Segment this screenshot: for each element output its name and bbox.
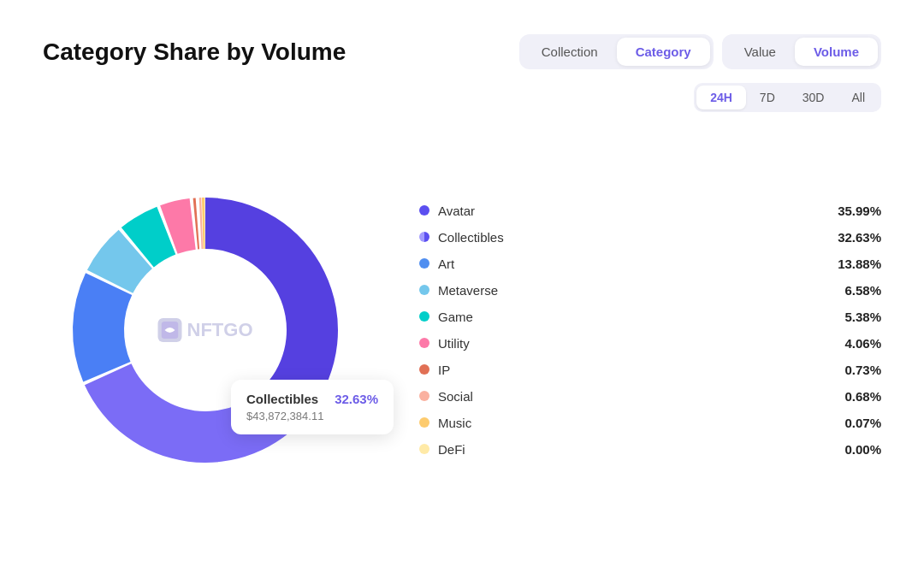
legend-pct-collectibles: 32.63% [830, 230, 881, 245]
legend-item-avatar: Avatar 35.99% [419, 204, 881, 218]
legend-pct-utility: 4.06% [830, 336, 881, 351]
legend-label-ip: IP [438, 363, 821, 377]
legend-dot-utility [419, 338, 429, 348]
time-30d[interactable]: 30D [789, 86, 838, 109]
logo-text: NFTGO [187, 319, 253, 341]
main-container: Category Share by Volume Collection Cate… [0, 0, 924, 561]
legend-label-utility: Utility [438, 336, 821, 351]
legend-item-metaverse: Metaverse 6.58% [419, 283, 881, 298]
legend-dot-music [419, 417, 429, 428]
tooltip-value: $43,872,384.11 [246, 410, 378, 422]
time-all[interactable]: All [838, 86, 879, 109]
legend-item-art: Art 13.88% [419, 257, 881, 271]
donut-chart-area: NFTGO Collectibles 32.63% $43,872,384.11 [43, 168, 368, 493]
chart-logo: NFTGO [158, 318, 253, 342]
legend-item-defi: DeFi 0.00% [419, 442, 881, 457]
logo-icon [158, 318, 182, 342]
time-filter-group: 24H 7D 30D All [694, 83, 881, 112]
legend-area: Avatar 35.99% Collectibles 32.63% Art 13… [419, 204, 881, 457]
legend-dot-collectibles [419, 232, 429, 242]
legend-label-music: Music [438, 416, 821, 430]
tab-volume[interactable]: Volume [795, 38, 878, 66]
legend-pct-ip: 0.73% [830, 363, 881, 377]
legend-dot-game [419, 311, 429, 322]
legend-item-utility: Utility 4.06% [419, 336, 881, 351]
legend-pct-social: 0.68% [830, 389, 881, 404]
tab-value[interactable]: Value [726, 38, 795, 66]
legend-pct-metaverse: 6.58% [830, 283, 881, 298]
legend-item-game: Game 5.38% [419, 310, 881, 324]
time-filter-row: 24H 7D 30D All [43, 83, 881, 112]
legend-dot-defi [419, 444, 429, 454]
legend-item-ip: IP 0.73% [419, 363, 881, 377]
legend-pct-art: 13.88% [830, 257, 881, 271]
legend-label-collectibles: Collectibles [438, 230, 821, 245]
legend-pct-music: 0.07% [830, 416, 881, 430]
legend-item-collectibles: Collectibles 32.63% [419, 230, 881, 245]
legend-dot-art [419, 258, 429, 269]
legend-label-game: Game [438, 310, 821, 324]
legend-pct-game: 5.38% [830, 310, 881, 324]
legend-item-social: Social 0.68% [419, 389, 881, 404]
main-content: NFTGO Collectibles 32.63% $43,872,384.11… [43, 133, 881, 527]
legend-dot-avatar [419, 205, 429, 216]
legend-dot-social [419, 391, 429, 401]
tooltip-pct: 32.63% [335, 392, 378, 406]
tab-collection[interactable]: Collection [523, 38, 617, 66]
time-7d[interactable]: 7D [746, 86, 789, 109]
tooltip-box: Collectibles 32.63% $43,872,384.11 [231, 380, 394, 434]
legend-dot-metaverse [419, 285, 429, 295]
tab-group-2: Value Volume [722, 34, 881, 69]
legend-pct-avatar: 35.99% [830, 204, 881, 218]
legend-label-social: Social [438, 389, 821, 404]
legend-label-defi: DeFi [438, 442, 821, 457]
tab-category[interactable]: Category [617, 38, 710, 66]
tab-group-1: Collection Category [519, 34, 714, 69]
time-24h[interactable]: 24H [696, 86, 746, 109]
legend-label-avatar: Avatar [438, 204, 821, 218]
chart-segment-art[interactable] [73, 273, 132, 381]
legend-item-music: Music 0.07% [419, 416, 881, 430]
legend-pct-defi: 0.00% [830, 442, 881, 457]
legend-dot-ip [419, 364, 429, 375]
header-row: Category Share by Volume Collection Cate… [43, 34, 881, 69]
page-title: Category Share by Volume [43, 38, 346, 66]
legend-label-metaverse: Metaverse [438, 283, 821, 298]
tooltip-title: Collectibles 32.63% [246, 392, 378, 406]
tooltip-label: Collectibles [246, 392, 318, 406]
legend-label-art: Art [438, 257, 821, 271]
